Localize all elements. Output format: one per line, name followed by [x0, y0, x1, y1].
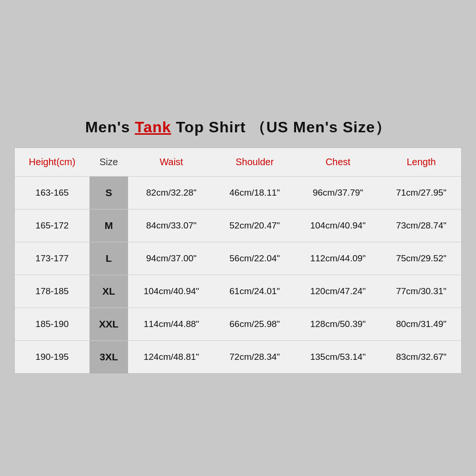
- cell-height: 165-172: [15, 209, 89, 242]
- cell-height: 178-185: [15, 275, 89, 307]
- cell-size: M: [89, 209, 128, 242]
- cell-size: XXL: [89, 307, 128, 340]
- cell-size: L: [89, 242, 128, 275]
- main-container: Men's Tank Top Shirt （US Men's Size） Hei…: [10, 103, 466, 374]
- table-row: 165-172 M 84cm/33.07" 52cm/20.47" 104cm/…: [15, 209, 461, 242]
- cell-waist: 124cm/48.81": [128, 340, 215, 373]
- table-row: 173-177 L 94cm/37.00" 56cm/22.04" 112cm/…: [15, 242, 461, 275]
- cell-length: 83cm/32.67": [381, 340, 461, 373]
- cell-waist: 114cm/44.88": [128, 307, 215, 340]
- cell-height: 185-190: [15, 307, 89, 340]
- cell-height: 190-195: [15, 340, 89, 373]
- cell-size: XL: [89, 275, 128, 307]
- table-row: 190-195 3XL 124cm/48.81" 72cm/28.34" 135…: [15, 340, 461, 373]
- cell-shoulder: 46cm/18.11": [215, 176, 295, 209]
- table-row: 178-185 XL 104cm/40.94" 61cm/24.01" 120c…: [15, 275, 461, 307]
- cell-length: 71cm/27.95": [381, 176, 461, 209]
- cell-waist: 104cm/40.94": [128, 275, 215, 307]
- cell-shoulder: 56cm/22.04": [215, 242, 295, 275]
- cell-length: 73cm/28.74": [381, 209, 461, 242]
- cell-chest: 112cm/44.09": [295, 242, 381, 275]
- title-suffix: Top Shirt （US Men's Size）: [171, 119, 391, 136]
- cell-chest: 120cm/47.24": [295, 275, 381, 307]
- table-row: 185-190 XXL 114cm/44.88" 66cm/25.98" 128…: [15, 307, 461, 340]
- title-area: Men's Tank Top Shirt （US Men's Size）: [10, 103, 466, 148]
- cell-waist: 82cm/32.28": [128, 176, 215, 209]
- header-waist: Waist: [128, 148, 215, 177]
- header-size: Size: [89, 148, 128, 177]
- header-chest: Chest: [295, 148, 381, 177]
- cell-length: 77cm/30.31": [381, 275, 461, 307]
- cell-shoulder: 72cm/28.34": [215, 340, 295, 373]
- size-table-wrapper: Height(cm) Size Waist Shoulder Chest Len…: [14, 148, 462, 374]
- cell-shoulder: 52cm/20.47": [215, 209, 295, 242]
- cell-chest: 128cm/50.39": [295, 307, 381, 340]
- title-highlight: Tank: [135, 119, 171, 136]
- cell-length: 75cm/29.52": [381, 242, 461, 275]
- cell-chest: 135cm/53.14": [295, 340, 381, 373]
- header-height: Height(cm): [15, 148, 89, 177]
- table-header-row: Height(cm) Size Waist Shoulder Chest Len…: [15, 148, 461, 177]
- header-shoulder: Shoulder: [215, 148, 295, 177]
- cell-size: 3XL: [89, 340, 128, 373]
- cell-chest: 96cm/37.79": [295, 176, 381, 209]
- cell-height: 173-177: [15, 242, 89, 275]
- title-prefix: Men's: [85, 119, 135, 136]
- cell-size: S: [89, 176, 128, 209]
- cell-chest: 104cm/40.94": [295, 209, 381, 242]
- table-row: 163-165 S 82cm/32.28" 46cm/18.11" 96cm/3…: [15, 176, 461, 209]
- page-title: Men's Tank Top Shirt （US Men's Size）: [85, 119, 391, 136]
- size-table: Height(cm) Size Waist Shoulder Chest Len…: [15, 148, 461, 373]
- cell-shoulder: 61cm/24.01": [215, 275, 295, 307]
- cell-length: 80cm/31.49": [381, 307, 461, 340]
- header-length: Length: [381, 148, 461, 177]
- cell-waist: 84cm/33.07": [128, 209, 215, 242]
- cell-waist: 94cm/37.00": [128, 242, 215, 275]
- cell-height: 163-165: [15, 176, 89, 209]
- cell-shoulder: 66cm/25.98": [215, 307, 295, 340]
